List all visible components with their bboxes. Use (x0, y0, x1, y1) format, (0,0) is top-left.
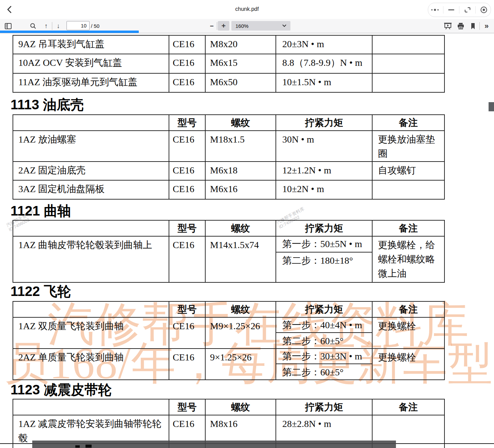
arrow-up-icon: ↑ (44, 22, 48, 30)
presentation-mode-button[interactable] (443, 21, 453, 31)
three-dots-icon (431, 8, 439, 12)
torque-step-1: 第一步：40±4N • m (276, 318, 372, 333)
page-total-label: / 50 (91, 23, 99, 29)
zoom-level-value: 160% (231, 23, 282, 29)
more-menu-button[interactable] (429, 4, 441, 16)
zoom-level-select[interactable]: 160% (231, 21, 290, 31)
cell-description: 1AZ 曲轴皮带轮轮毂装到曲轴上 (13, 236, 169, 282)
column-header: 型号 (169, 115, 205, 131)
pdf-toolbar: ↑ ↓ / 50 − + 160% (0, 19, 494, 33)
torque-step-2: 第二步：180±18° (276, 253, 372, 268)
find-button[interactable] (28, 21, 38, 31)
pill-divider (459, 6, 459, 14)
restore-window-button[interactable] (462, 4, 473, 16)
cell-torque: 12±1.2N • m (276, 162, 372, 180)
cell-thread: M14x1.5x74 (205, 236, 276, 282)
zoom-in-button[interactable]: + (218, 21, 229, 31)
column-header: 备注 (372, 399, 444, 415)
cell-torque: 30N • m (276, 131, 372, 162)
restore-window-icon (463, 6, 472, 14)
cell-description: 1AZ 双质量飞轮装到曲轴 (13, 317, 169, 349)
torque-spec-table: 型号螺纹拧紧力矩备注1AZ 双质量飞轮装到曲轴CE16M9×1.25×26第一步… (13, 301, 445, 380)
column-header: 螺纹 (205, 115, 276, 131)
cell-description: 9AZ 吊耳装到气缸盖 (13, 35, 169, 54)
column-header: 拧紧力矩 (276, 301, 372, 317)
table-row: 10AZ OCV 安装到气缸盖CE16M6x158.8（7.8-9.9）N • … (13, 54, 444, 73)
column-header: 型号 (169, 220, 205, 236)
cell-note (372, 73, 444, 92)
loading-progress-bar (0, 31, 139, 33)
minimize-icon (448, 9, 455, 11)
cell-thread: M6x18 (205, 162, 276, 180)
clipped-text-fragment (75, 445, 80, 448)
table-row: 9AZ 吊耳装到气缸盖CE16M8x2020±3N • m (13, 35, 444, 54)
cell-model: CE16 (169, 236, 205, 282)
torque-step-2: 第二步：60±5° (276, 333, 372, 348)
presentation-screen-icon (443, 22, 452, 30)
cell-note (372, 54, 444, 73)
vertical-scrollbar-thumb[interactable] (489, 102, 494, 111)
header-blank-cell (13, 301, 169, 317)
cell-description: 2AZ 单质量飞轮装到曲轴 (13, 349, 169, 380)
cell-note: 更换放油塞垫圈 (372, 131, 444, 162)
cell-thread: M9×1.25×26 (205, 317, 276, 349)
circle-dot-icon (480, 6, 488, 14)
cell-description: 1AZ 放油螺塞 (13, 131, 169, 162)
target-button[interactable] (478, 4, 490, 16)
cell-note (372, 35, 444, 54)
cell-description: 3AZ 固定机油盘隔板 (13, 180, 169, 199)
cell-model: CE16 (169, 131, 205, 162)
column-header: 拧紧力矩 (276, 115, 372, 131)
cell-model: CE16 (169, 349, 205, 380)
cell-torque: 10±2N • m (276, 180, 372, 199)
document-title: chunk.pdf (0, 6, 494, 12)
watermark-char: 型 (448, 339, 493, 388)
clipped-text-fragment (86, 445, 92, 448)
column-header: 拧紧力矩 (276, 399, 372, 415)
cell-description: 10AZ OCV 安装到气缸盖 (13, 54, 169, 73)
cell-model: CE16 (169, 73, 205, 92)
cell-torque: 第一步：30±3N • m第二步：60±5° (276, 349, 372, 380)
bookmark-button[interactable] (468, 21, 478, 31)
minimize-button[interactable] (445, 4, 457, 16)
window-controls-pill (428, 3, 491, 17)
search-icon (29, 22, 37, 30)
titlebar: chunk.pdf (0, 0, 494, 19)
header-blank-cell (13, 220, 169, 236)
cell-description: 2AZ 固定油底壳 (13, 162, 169, 180)
pdf-page-canvas: 汽修帮手在线资料库 员168/年，每周更新车型 汽修帮手资料库 ID:74960… (0, 33, 494, 448)
cell-thread: 9×1.25×26 (205, 349, 276, 380)
toolbar-divider (217, 22, 217, 30)
toggle-sidebar-button[interactable] (3, 21, 13, 31)
cell-model: CE16 (169, 317, 205, 349)
printer-icon (457, 22, 465, 30)
zoom-out-button[interactable]: − (207, 21, 216, 31)
table-row: 3AZ 固定机油盘隔板CE16M6x1610±2N • m (13, 180, 444, 199)
table-row: 1AZ 曲轴皮带轮轮毂装到曲轴上CE16M14x1.5x74第一步：50±5N … (13, 236, 444, 282)
cell-note: 更换螺栓 (372, 349, 444, 380)
page-number-input[interactable] (66, 21, 90, 30)
cell-thread: M6x16 (205, 180, 276, 199)
column-header: 拧紧力矩 (276, 220, 372, 236)
column-header: 螺纹 (205, 220, 276, 236)
column-header: 螺纹 (205, 301, 276, 317)
column-header: 型号 (169, 399, 205, 415)
previous-page-button[interactable]: ↑ (41, 21, 51, 31)
toolbar-divider (52, 22, 52, 30)
cell-torque: 10±1.5N • m (276, 73, 372, 92)
column-header: 型号 (169, 301, 205, 317)
next-page-button[interactable]: ↓ (54, 21, 63, 31)
more-tools-button[interactable]: » (482, 21, 491, 31)
cell-note: 自攻螺钉 (372, 162, 444, 180)
table-header-row: 型号螺纹拧紧力矩备注 (13, 301, 444, 317)
toolbar-divider (479, 22, 480, 30)
double-chevron-icon: » (484, 22, 489, 31)
print-button[interactable] (456, 21, 466, 31)
cell-torque: 第一步：50±5N • m第二步：180±18° (276, 236, 372, 282)
pill-divider (443, 6, 443, 14)
bookmark-icon (470, 22, 476, 30)
table-row: 2AZ 固定油底壳CE16M6x1812±1.2N • m自攻螺钉 (13, 162, 444, 180)
cell-model: CE16 (169, 54, 205, 73)
cell-note (372, 180, 444, 199)
table-header-row: 型号螺纹拧紧力矩备注 (13, 220, 444, 236)
